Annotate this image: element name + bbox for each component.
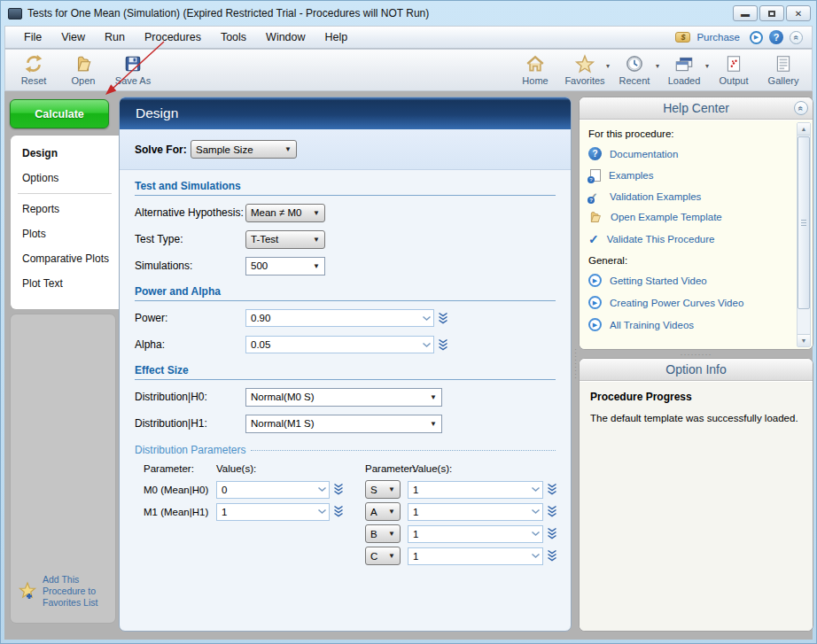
value-list-icon[interactable] — [547, 549, 557, 563]
distribution-h0-label: Distribution|H0: — [135, 391, 245, 403]
scroll-down-icon[interactable]: ▼ — [798, 334, 810, 346]
param-m1-input[interactable]: 1 — [216, 503, 330, 521]
alt-hypothesis-dropdown[interactable]: Mean ≠ M0▼ — [245, 204, 325, 222]
param-s-input[interactable]: 1 — [408, 481, 543, 499]
chevron-down-icon[interactable] — [422, 315, 432, 322]
param-row-m1: M1 (Mean|H1) 1 — [144, 500, 365, 523]
solve-for-label: Solve For: — [135, 144, 191, 156]
solve-for-row: Solve For: Sample Size▼ — [120, 129, 571, 170]
help-center-collapse-icon[interactable]: « — [794, 101, 808, 115]
home-button[interactable]: Home — [512, 51, 558, 89]
distribution-parameters-grid: Parameter: Value(s): M0 (Mean|H0) 0 M1 (… — [144, 463, 562, 567]
value-list-icon[interactable] — [547, 505, 557, 518]
menu-window[interactable]: Window — [256, 27, 315, 47]
param-a-input[interactable]: 1 — [408, 503, 543, 521]
gallery-button[interactable]: Gallery — [760, 51, 806, 89]
param-c-input[interactable]: 1 — [408, 547, 543, 565]
distribution-h1-combo[interactable]: Normal(M1 S)▼ — [245, 415, 442, 433]
menu-tools[interactable]: Tools — [211, 27, 256, 47]
value-list-icon[interactable] — [438, 312, 448, 325]
sidebar-item-plots[interactable]: Plots — [11, 221, 119, 246]
alt-hypothesis-label: Alternative Hypothesis: — [135, 206, 245, 219]
help-link-examples[interactable]: ? Examples — [588, 169, 791, 182]
recent-dropdown-arrow[interactable]: ▾ — [656, 62, 659, 70]
recent-button[interactable]: ▾ Recent — [611, 51, 657, 89]
test-type-dropdown[interactable]: T-Test▼ — [245, 230, 325, 249]
menu-run[interactable]: Run — [95, 27, 135, 47]
help-link-all-training-videos[interactable]: ▶ All Training Videos — [588, 318, 791, 331]
param-b-input[interactable]: 1 — [408, 525, 543, 543]
sidebar-item-reports[interactable]: Reports — [11, 197, 119, 221]
output-button[interactable]: Output — [711, 51, 757, 89]
value-list-icon[interactable] — [438, 338, 448, 352]
alpha-input[interactable]: 0.05 — [245, 336, 434, 353]
sidebar-item-plot-text[interactable]: Plot Text — [11, 271, 119, 296]
collapse-ribbon-icon[interactable]: « — [790, 31, 803, 44]
purchase-link[interactable]: Purchase — [696, 32, 740, 43]
chevron-down-icon[interactable] — [531, 553, 541, 559]
value-list-icon[interactable] — [333, 483, 344, 496]
main-area: Calculate Design Options Reports Plots C… — [4, 91, 813, 640]
param-s-dropdown[interactable]: S▼ — [365, 480, 401, 499]
sidebar-item-comparative-plots[interactable]: Comparative Plots — [11, 246, 119, 271]
minimize-button[interactable]: ▬ — [733, 5, 758, 21]
section-effect-size: Effect Size — [135, 364, 556, 380]
section-test-and-simulations: Test and Simulations — [135, 180, 556, 196]
favorites-dropdown-arrow[interactable]: ▾ — [606, 62, 610, 70]
scrollbar-thumb[interactable] — [798, 136, 810, 309]
chevron-down-icon[interactable] — [531, 531, 541, 537]
solve-for-dropdown[interactable]: Sample Size▼ — [191, 140, 297, 159]
title-bar: Tests for One Mean (Simulation) (Expired… — [1, 1, 816, 26]
reset-icon — [24, 54, 43, 74]
chevron-down-icon[interactable] — [531, 486, 541, 493]
menu-file[interactable]: File — [14, 27, 51, 47]
simulations-combo[interactable]: 500▼ — [245, 257, 325, 275]
value-list-icon[interactable] — [333, 505, 344, 518]
option-info-body: Procedure Progress The default template … — [580, 382, 813, 631]
help-link-documentation[interactable]: ? Documentation — [588, 147, 791, 160]
menu-procedures[interactable]: Procedures — [135, 27, 211, 47]
maximize-button[interactable] — [759, 5, 784, 21]
value-list-icon[interactable] — [547, 527, 557, 540]
loaded-button[interactable]: ▾ Loaded — [661, 51, 707, 89]
app-window: Tests for One Mean (Simulation) (Expired… — [0, 0, 817, 644]
calculate-button[interactable]: Calculate — [10, 99, 109, 128]
sidebar-item-options[interactable]: Options — [11, 166, 119, 190]
save-as-button[interactable]: Save As — [110, 51, 156, 89]
loaded-dropdown-arrow[interactable]: ▾ — [705, 62, 709, 70]
help-link-open-example-template[interactable]: Open Example Template — [588, 211, 791, 223]
distribution-h0-combo[interactable]: Normal(M0 S)▼ — [245, 388, 442, 407]
param-c-dropdown[interactable]: C▼ — [365, 547, 401, 565]
vertical-splitter[interactable]: ········· — [572, 97, 579, 632]
loaded-windows-icon — [673, 54, 695, 74]
video-play-icon[interactable]: ▶ — [750, 31, 763, 44]
help-link-validation-examples[interactable]: ✓? Validation Examples — [588, 190, 791, 202]
help-link-power-curves-video[interactable]: ▶ Creating Power Curves Video — [588, 296, 791, 309]
help-link-getting-started-video[interactable]: ▶ Getting Started Video — [588, 274, 791, 287]
param-m0-input[interactable]: 0 — [216, 481, 330, 499]
help-center-scrollbar[interactable]: ▲ ▼ — [797, 122, 811, 347]
horizontal-splitter[interactable]: ········· — [579, 350, 813, 358]
scroll-up-icon[interactable]: ▲ — [798, 123, 810, 136]
param-a-dropdown[interactable]: A▼ — [365, 502, 401, 521]
help-icon[interactable]: ? — [769, 30, 783, 44]
value-list-icon[interactable] — [547, 483, 557, 496]
chevron-down-icon[interactable] — [317, 508, 327, 515]
param-header-left: Parameter: — [144, 463, 216, 474]
favorites-button[interactable]: ▾ Favorites — [562, 51, 608, 89]
menu-view[interactable]: View — [51, 27, 95, 47]
menu-help[interactable]: Help — [315, 27, 358, 47]
add-to-favorites[interactable]: Add This Procedure to Favorites List — [18, 574, 97, 609]
help-link-validate-procedure[interactable]: ✓ Validate This Procedure — [588, 232, 791, 246]
open-button[interactable]: Open — [60, 51, 106, 89]
chevron-down-icon[interactable] — [422, 342, 432, 348]
chevron-down-icon[interactable] — [531, 508, 541, 515]
procedure-progress-message: The default template was successfully lo… — [590, 413, 802, 423]
purchase-coin-icon[interactable]: $ — [675, 32, 690, 43]
power-input[interactable]: 0.90 — [245, 309, 434, 327]
close-button[interactable]: ✕ — [786, 5, 811, 21]
param-b-dropdown[interactable]: B▼ — [365, 524, 401, 543]
reset-button[interactable]: Reset — [11, 51, 57, 89]
chevron-down-icon[interactable] — [317, 486, 327, 493]
sidebar-item-design[interactable]: Design — [11, 141, 119, 166]
